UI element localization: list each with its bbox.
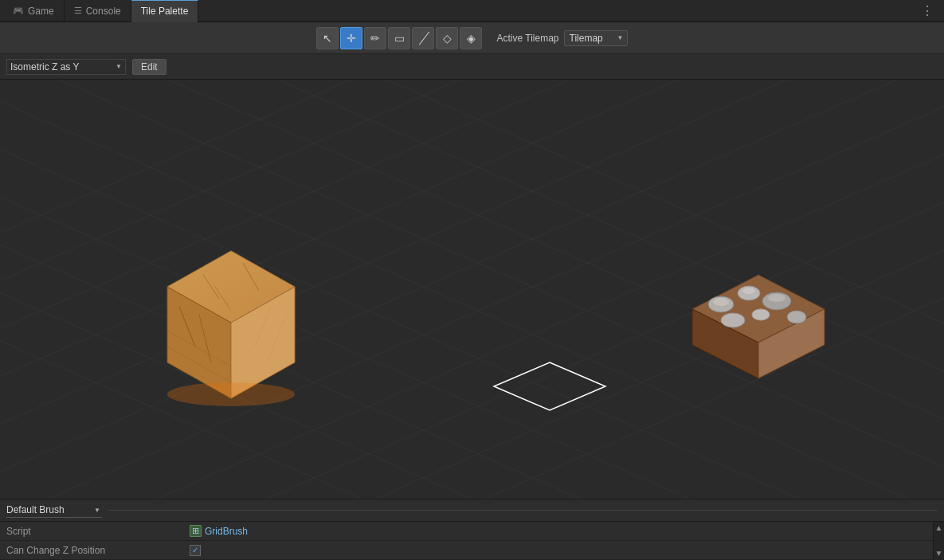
tab-menu-button[interactable]: ⋮ [915,3,941,18]
bottom-panel: Default Brush Script ⊞ GridBrush [0,499,944,560]
tab-bar: 🎮 Game ☰ Console Tile Palette ⋮ [0,0,944,22]
palette-select[interactable]: Isometric Z as Y [6,59,126,75]
active-tilemap-row: Active Tilemap Tilemap [496,30,627,46]
properties-panel: Script ⊞ GridBrush Can Change Z Position… [0,522,944,560]
tab-game[interactable]: 🎮 Game [3,0,65,22]
prop-script-value[interactable]: GridBrush [205,526,248,537]
svg-point-46 [742,288,755,294]
tab-console-label: Console [86,6,121,17]
tilemap-select[interactable]: Tilemap [564,30,628,46]
brush-bar: Default Brush [0,499,944,522]
brush-select-wrapper: Default Brush [6,503,102,518]
svg-point-44 [752,309,770,320]
tab-game-label: Game [28,6,54,17]
prop-row-change-z: Can Change Z Position ✓ [0,541,944,560]
tile-sand [155,243,307,442]
console-icon: ☰ [74,6,82,16]
prop-row-script: Script ⊞ GridBrush [0,522,944,541]
toolbar: ↖ ✛ ✏ ▭ ╱ ◇ ◈ Active Tilemap Tilemap [0,22,944,54]
tab-tile-palette-label: Tile Palette [141,6,189,17]
tool-fill[interactable]: ◈ [460,27,482,49]
tool-picker[interactable]: ╱ [412,27,434,49]
game-icon: 🎮 [13,6,24,16]
tile-rock [681,263,836,406]
tool-select[interactable]: ↖ [316,27,339,49]
brush-select[interactable]: Default Brush [6,503,102,518]
tab-tile-palette[interactable]: Tile Palette [131,0,199,22]
grid-script-icon: ⊞ [190,525,202,537]
svg-point-47 [768,294,785,302]
tool-erase[interactable]: ◇ [436,27,458,49]
sub-toolbar: Isometric Z as Y Edit [0,54,944,80]
checkbox-change-z[interactable]: ✓ [190,545,201,556]
tool-rect[interactable]: ▭ [388,27,410,49]
scroll-up-button[interactable]: ▲ [934,522,944,535]
svg-point-35 [167,382,295,406]
tilemap-select-wrapper: Tilemap [564,30,628,46]
canvas-section: Default Brush Script ⊞ GridBrush [0,80,944,560]
main-layout: ↖ ✛ ✏ ▭ ╱ ◇ ◈ Active Tilemap Tilemap Iso… [0,22,944,560]
active-tilemap-label: Active Tilemap [496,33,558,44]
svg-point-43 [721,313,745,327]
tool-move[interactable]: ✛ [340,27,362,49]
edit-button[interactable]: Edit [132,59,166,75]
scrollbar: ▲ ▼ [933,522,944,560]
selected-tile-outline [494,362,605,410]
prop-label-change-z: Can Change Z Position [6,545,190,556]
palette-select-wrapper: Isometric Z as Y [6,59,126,75]
tool-paint[interactable]: ✏ [364,27,386,49]
scroll-down-button[interactable]: ▼ [934,547,944,560]
svg-point-42 [787,311,806,323]
tab-console[interactable]: ☰ Console [65,0,131,22]
brush-line-divider [108,510,938,511]
svg-point-45 [713,298,729,306]
prop-value-change-z: ✓ [190,545,201,556]
canvas-area[interactable] [0,80,944,499]
prop-label-script: Script [6,526,190,537]
prop-value-script: ⊞ GridBrush [190,525,248,537]
